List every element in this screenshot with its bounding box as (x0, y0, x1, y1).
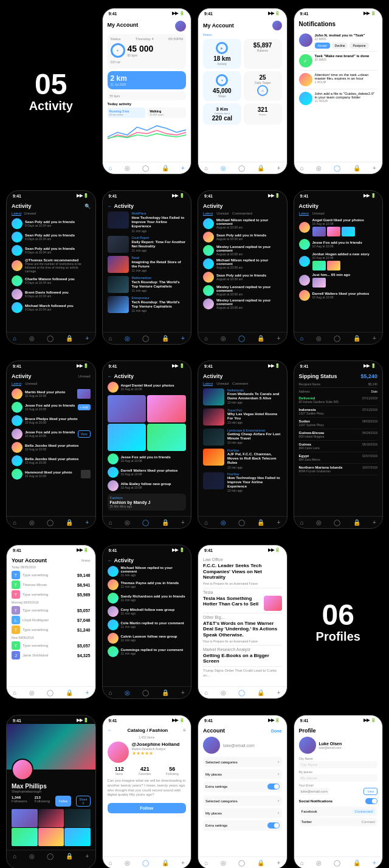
activity-val: 18 km (206, 55, 238, 62)
catalog-items-count: 112 (115, 766, 124, 772)
comment-item: Sean Poly add you in friends August at 1… (203, 272, 282, 283)
toggle-extra-2[interactable] (267, 822, 280, 828)
article-item: Court Report Daily Report: Time For Anot… (108, 236, 187, 253)
shipping-total: $5,240 (360, 373, 377, 379)
max-handle: Stephaniebarough (12, 790, 91, 793)
nav-bar-c1: ⌂ ◎ ◯ 🔒 + (7, 686, 95, 698)
nav-bar-d4: ⌂ ◎ ◯ 🔒 + (294, 856, 383, 868)
phone-profile-settings: 9:41 ▶▶ 🔋 Profile Luke Olsen luke@email.… (294, 715, 384, 868)
share-btn[interactable]: Share it (76, 796, 90, 807)
activity-list-item: Sean Poly add you in friends 9 Days at 1… (12, 218, 91, 229)
article-item-2: Netherlands From Wetlands To Canals and … (203, 388, 282, 405)
done-btn[interactable]: Done (271, 729, 282, 733)
shipping-row: Guinea-Bissau 000 island Niagara 04/24/2… (299, 429, 378, 441)
activity-list-item: Michael March followed you 9 Days at 10:… (12, 302, 91, 313)
date2-label: 31 Jul 2020 (111, 83, 184, 86)
sb-c2: 9:41 ▶▶ 🔋 (103, 545, 191, 554)
nav-bar-b3: ⌂ ◎ ◯ 🔒 + (198, 516, 287, 528)
sb-d2: 9:41 ▶▶ 🔋 (103, 715, 191, 724)
add-friend-btn[interactable]: + Add (78, 404, 91, 410)
profile-name: Luke Olsen (319, 742, 342, 746)
nav-bar-d3: ⌂ ◎ ◯ 🔒 + (198, 856, 287, 868)
my-places-2: My places (205, 811, 222, 815)
sb-c3: 9:41 ▶▶ 🔋 (198, 545, 287, 554)
friend-item: Bruce Phelps liked your photo 10 Aug at … (12, 415, 91, 426)
profile-settings-title: Profile (299, 728, 378, 734)
sb-a3: 9:41 ▶▶ 🔋 (198, 191, 287, 199)
phone-shipping: 9:41 ▶▶ 🔋 Sipping Status $5,240 Recipien… (294, 360, 384, 529)
shipping-row: Sudan 1187 Sydnie Pkwy 08/03/2019 (299, 418, 378, 429)
phone-title: My Account (108, 22, 139, 28)
phone-notifications: 9:41 ▶▶ 🔋 Notifications John N. invited … (294, 8, 384, 174)
comment-item: Wesley Leonard replied to your comment A… (203, 298, 282, 309)
phone-max-profile: 9:41 ▶▶ 🔋 Max Phillips Stephaniebarough … (6, 715, 96, 868)
comment-item: Michael Nilson replied to your comment A… (203, 258, 282, 269)
shipping-row: Indonesia 1327 Sadike Pkwy 07/11/2019 (299, 406, 378, 418)
catalog-following: 56 (166, 766, 179, 772)
city-label: City Name (299, 757, 378, 760)
account-settings-title: Account (203, 728, 225, 734)
article-item-2: Landscape & Enciertainman Getting Cheap … (203, 429, 282, 446)
phone-activity-photos: 9:41 ▶▶ 🔋 Activity Latest Unread Angel G… (294, 190, 384, 345)
phone-my-account: 9:41 ▶▶ 🔋 My Account Status Thursday 4 0… (102, 8, 192, 174)
cardio-label: 85 bpm (128, 53, 154, 57)
title-b3: Activity (203, 373, 282, 379)
status-bar-3: 9:41 ▶▶ 🔋 (294, 9, 383, 17)
profiles-number: 06 (322, 601, 354, 630)
follow-btn[interactable]: Follow (55, 796, 71, 807)
sb-a1: 9:41 ▶▶ 🔋 (7, 191, 95, 199)
phone-activity-comments: 9:41 ▶▶ 🔋 Activity Latest Unread Comment… (198, 190, 287, 345)
back-row-b2: ← Activity (108, 373, 187, 379)
nav-bar-d2: ⌂ ◎ ◯ 🔒 + (103, 856, 191, 868)
friend-item: Bella Jacobs liked your photos 10 Aug at… (12, 455, 91, 466)
decline-btn[interactable]: Decline (332, 43, 348, 49)
item-count: 1,432 Items (108, 735, 187, 739)
view-btn[interactable]: View (78, 430, 91, 438)
view-email-btn[interactable]: View (363, 788, 377, 795)
postpone-btn[interactable]: Postpone (349, 43, 368, 49)
photo-activity-item: Jesse Fox add you in friends 10 Aug at 1… (299, 239, 378, 250)
phone-activity-gallery: 9:41 ▶▶ 🔋 ← Activity Angel Daniel liked … (102, 360, 192, 529)
phone-your-account: 9:41 ▶▶ 🔋 Your Account fitness Today 08/… (6, 545, 96, 699)
extra-stats: 55 bpm (110, 94, 184, 98)
balance-val: $5,897 (247, 42, 279, 49)
date-label: Thursday 4 (136, 37, 154, 41)
photo-activity-item: Angel Ganit liked your photos 10 Aug at … (299, 218, 378, 236)
my-places: My places (205, 773, 222, 776)
phone-my-account-2: 9:41 ▶▶ 🔋 My Account fitness ▶ 18 km Act… (198, 8, 287, 174)
article-item-2: Travel Port Why Las Vegas Hotel Rooms Fo… (203, 408, 282, 425)
section-number: 05 (35, 70, 67, 99)
toggle-social[interactable] (365, 798, 377, 804)
nav-bar-c3: ⌂ ◎ ◯ 🔒 + (198, 686, 287, 698)
photo-activity-item: Just him... 65 min ago (299, 273, 378, 288)
today-label: Today activity (108, 102, 187, 106)
sb-b3: 9:41 ▶▶ 🔋 (198, 361, 287, 370)
section-title-profiles: Profiles (316, 630, 360, 644)
toggle-extra[interactable] (267, 784, 280, 790)
nav-bar-b1: ⌂ ◎ ◯ 🔒 + (7, 516, 95, 528)
friend-item: Jesse Fox add you in friends 10 Aug at 1… (12, 402, 91, 413)
accept-btn[interactable]: Accept (315, 43, 330, 49)
nav-bar-a2: ⌂ ◎ ◯ 🔒 + (103, 332, 191, 344)
article-item: Entrepreneur Tech Roundup: The World's T… (108, 296, 187, 313)
comment-item: Michael Nilson replied to your comment A… (203, 218, 282, 229)
gallery-item: Darrell Walters liked your photos 10 Aug… (108, 467, 187, 478)
reply-item: Sandy Richardson add you in friends 11 m… (108, 593, 187, 604)
section-label-activity: 05 Activity (3, 5, 99, 177)
catalog-rank: ★★★★★ (132, 751, 187, 756)
km-label: 2 km (111, 74, 184, 83)
nav-bar-a3: ⌂ ◎ ◯ 🔒 + (198, 332, 287, 344)
extra-settings: Extra settings (205, 785, 227, 788)
reply-item: Michael Nilson replied to your comment 1… (108, 566, 187, 577)
follow-catalog-btn[interactable]: Follow (108, 803, 187, 813)
tw-label: Twitter (301, 820, 312, 824)
status-bar-2: 9:41 ▶▶ 🔋 (198, 9, 287, 17)
activity-list-item: Brent Davis followed you 9 Days at 10:34… (12, 289, 91, 300)
sb-d1: 9:41 ▶▶ 🔋 (7, 715, 95, 724)
nav-bar-a4: ⌂ ◎ ◯ 🔒 + (294, 332, 383, 344)
activity-list-item: Sean Poly add you in friends 9 Days at 1… (12, 232, 91, 243)
friend-item: Bella Jacobs liked your photos 10 Aug at… (12, 442, 91, 453)
nav-bar-c2: ⌂ ◎ ◯ 🔒 + (103, 686, 191, 698)
calories-label: 220 cal (111, 60, 184, 64)
big-value: 45 000 (128, 44, 154, 53)
